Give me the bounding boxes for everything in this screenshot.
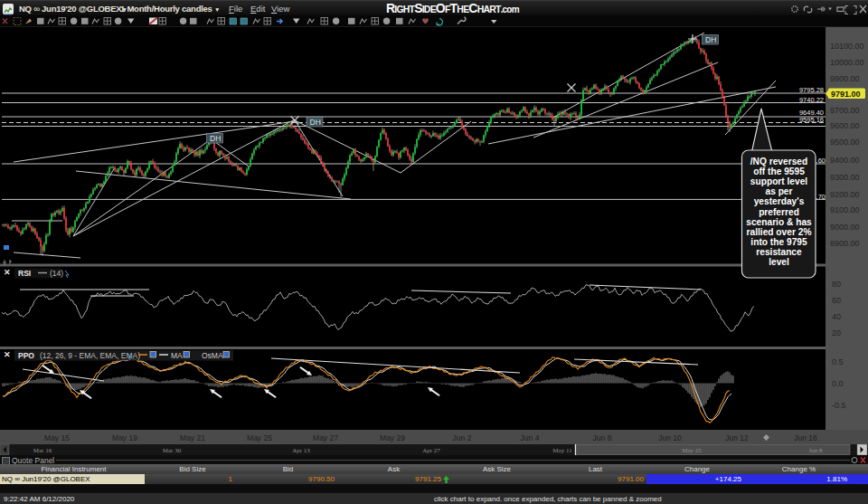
svg-text:DH: DH — [705, 35, 716, 44]
svg-text:Jun 8: Jun 8 — [593, 433, 612, 442]
svg-text:preferred: preferred — [759, 207, 799, 217]
svg-text:9600.00: 9600.00 — [830, 121, 860, 130]
svg-text:scenario & has: scenario & has — [746, 217, 812, 227]
svg-text:May 15: May 15 — [44, 433, 70, 442]
svg-text:9900.00: 9900.00 — [830, 74, 860, 83]
svg-text:10100.00: 10100.00 — [830, 42, 864, 51]
svg-text:Apr 13: Apr 13 — [292, 447, 310, 454]
svg-text:9000.00: 9000.00 — [830, 223, 860, 232]
svg-text:DH: DH — [210, 134, 221, 143]
svg-text:Jun 4: Jun 4 — [521, 433, 540, 442]
svg-text:.70: .70 — [816, 193, 826, 201]
svg-text:support level: support level — [750, 176, 808, 186]
svg-text:9595.16: 9595.16 — [799, 116, 824, 124]
svg-text:Jun 8: Jun 8 — [809, 447, 823, 454]
svg-text:RSI: RSI — [18, 269, 31, 278]
svg-text:✕: ✕ — [4, 350, 11, 359]
svg-text:✕: ✕ — [4, 268, 11, 277]
svg-text:May 25: May 25 — [682, 447, 702, 454]
svg-text:into the 9795: into the 9795 — [750, 237, 807, 247]
svg-text:-0.5: -0.5 — [832, 401, 846, 410]
svg-text:.60: .60 — [816, 157, 826, 165]
svg-text:Jun 10: Jun 10 — [658, 433, 682, 442]
svg-text:9700.00: 9700.00 — [830, 106, 860, 115]
svg-text:9740.22: 9740.22 — [799, 96, 824, 104]
svg-text:May 21: May 21 — [180, 433, 205, 442]
svg-text:Jun 12: Jun 12 — [725, 433, 749, 442]
svg-text:rallied over 2%: rallied over 2% — [747, 227, 812, 237]
svg-text:/NQ reversed: /NQ reversed — [750, 157, 807, 166]
svg-text:OsMA: OsMA — [202, 351, 223, 360]
svg-text:MA: MA — [171, 351, 183, 360]
svg-text:9100.00: 9100.00 — [830, 205, 860, 214]
svg-text:9500.00: 9500.00 — [830, 138, 860, 147]
svg-text:as per: as per — [765, 186, 792, 196]
svg-text:May 25: May 25 — [247, 433, 272, 442]
svg-text:yesterday's: yesterday's — [754, 196, 805, 206]
svg-text:resistance: resistance — [756, 247, 802, 257]
svg-text:(12, 26, 9 - EMA, EMA, EMA): (12, 26, 9 - EMA, EMA, EMA) — [40, 351, 140, 360]
svg-text:9400.00: 9400.00 — [830, 156, 860, 165]
svg-text:80: 80 — [832, 280, 841, 289]
svg-text:Jun 16: Jun 16 — [794, 433, 817, 442]
svg-text:10000.00: 10000.00 — [830, 58, 864, 67]
svg-text:8900.00: 8900.00 — [830, 239, 860, 248]
svg-text:Mar 30: Mar 30 — [163, 447, 182, 454]
svg-text:Apr 27: Apr 27 — [422, 447, 440, 454]
svg-text:20: 20 — [832, 328, 841, 338]
svg-text:9791.00: 9791.00 — [831, 90, 861, 99]
svg-text:off the 9595: off the 9595 — [753, 166, 805, 176]
svg-text:0.0: 0.0 — [832, 379, 844, 388]
svg-text:Mar 16: Mar 16 — [33, 447, 52, 454]
svg-text:Jun 2: Jun 2 — [453, 433, 472, 442]
svg-text:DH: DH — [310, 118, 321, 127]
svg-text:PPO: PPO — [18, 351, 34, 360]
svg-text:May 27: May 27 — [313, 433, 338, 442]
svg-text:May 29: May 29 — [380, 433, 405, 442]
svg-text:0.5: 0.5 — [832, 357, 844, 366]
svg-text:9200.00: 9200.00 — [830, 190, 860, 199]
svg-text:May 11: May 11 — [552, 447, 572, 454]
svg-text:40: 40 — [832, 312, 841, 321]
svg-text:9300.00: 9300.00 — [830, 173, 860, 182]
svg-text:level: level — [769, 257, 789, 267]
svg-text:9795.28: 9795.28 — [799, 86, 824, 94]
svg-text:(14): (14) — [50, 269, 63, 278]
svg-text:May 19: May 19 — [112, 433, 137, 442]
svg-text:60: 60 — [832, 296, 841, 305]
